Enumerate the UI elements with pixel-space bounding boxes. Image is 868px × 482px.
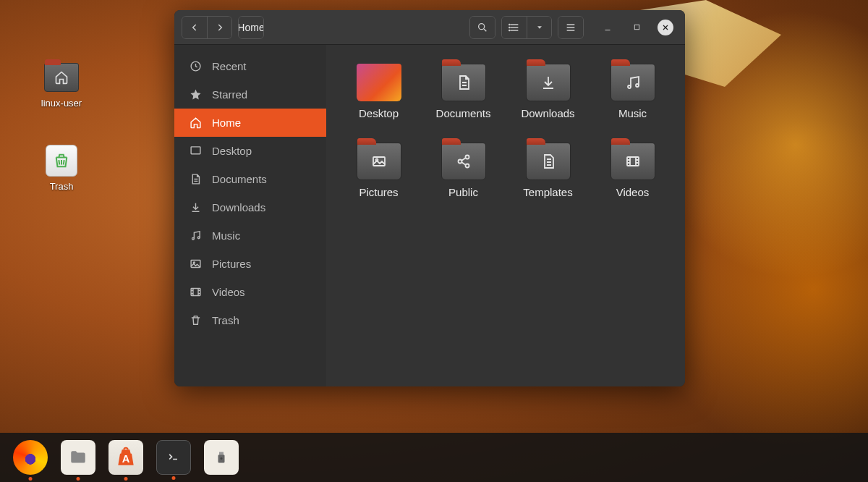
sidebar-item-recent[interactable]: Recent <box>174 52 326 80</box>
svg-rect-6 <box>191 147 200 154</box>
file-manager-window: Home <box>174 10 685 386</box>
close-button[interactable] <box>658 20 673 35</box>
folder-pictures[interactable]: Pictures <box>339 140 418 201</box>
sidebar-item-label: Starred <box>212 88 247 101</box>
minimize-button[interactable] <box>600 20 616 35</box>
sidebar-item-starred[interactable]: Starred <box>174 80 326 109</box>
folder-templates[interactable]: Templates <box>509 140 587 201</box>
sidebar-item-label: Downloads <box>212 201 265 213</box>
folder-label: Templates <box>523 186 572 198</box>
svg-text:A: A <box>122 453 130 465</box>
nav-back-forward-group <box>182 16 232 39</box>
folder-label: Downloads <box>521 107 574 119</box>
sidebar-item-home[interactable]: Home <box>174 109 326 137</box>
svg-point-12 <box>628 85 631 88</box>
desktop-icons-area: linux-user Trash <box>36 62 87 192</box>
folder-downloads[interactable]: Downloads <box>509 61 587 122</box>
sidebar-item-downloads[interactable]: Downloads <box>174 193 326 221</box>
folder-videos[interactable]: Videos <box>593 140 672 201</box>
svg-point-3 <box>509 30 510 30</box>
folder-label: Videos <box>616 186 650 198</box>
svg-rect-4 <box>634 25 639 29</box>
folder-desktop[interactable]: Desktop <box>339 61 418 122</box>
sidebar-item-pictures[interactable]: Pictures <box>174 250 326 278</box>
public-folder-icon <box>441 143 486 180</box>
menu-icon <box>565 22 576 33</box>
picture-icon <box>189 258 202 270</box>
sidebar-item-label: Recent <box>212 60 247 72</box>
maximize-button[interactable] <box>629 20 644 35</box>
path-label: Home <box>238 22 264 33</box>
titlebar[interactable]: Home <box>174 10 685 45</box>
star-icon <box>189 88 202 101</box>
path-bar[interactable]: Home <box>238 16 264 39</box>
folder-documents[interactable]: Documents <box>424 61 503 122</box>
videos-folder-icon <box>610 143 655 180</box>
svg-rect-21 <box>219 452 224 455</box>
sidebar-item-documents[interactable]: Documents <box>174 165 326 193</box>
view-dropdown-button[interactable] <box>527 17 551 38</box>
dock-item-firefox[interactable] <box>13 440 48 475</box>
terminal-icon <box>164 450 183 465</box>
folder-public[interactable]: Public <box>424 140 503 201</box>
list-icon <box>509 22 520 33</box>
dock-item-terminal[interactable] <box>156 440 191 475</box>
sidebar-item-trash[interactable]: Trash <box>174 306 326 334</box>
sidebar-item-videos[interactable]: Videos <box>174 278 326 306</box>
sidebar-item-label: Documents <box>212 173 267 185</box>
folder-grid: Desktop Documents Downloads Music Pictur… <box>326 45 685 386</box>
menu-group <box>558 16 584 39</box>
document-icon <box>189 173 202 185</box>
folder-label: Documents <box>436 107 491 119</box>
folder-label: Pictures <box>359 186 398 198</box>
window-controls <box>600 20 673 35</box>
hamburger-menu-button[interactable] <box>558 17 583 38</box>
chevron-down-icon <box>536 24 543 31</box>
desktop-icon <box>189 145 202 157</box>
music-folder-icon <box>610 64 655 101</box>
store-icon: A <box>114 446 137 469</box>
forward-button[interactable] <box>207 17 231 38</box>
dock-item-usb-creator[interactable] <box>204 440 239 475</box>
trash-icon <box>189 314 202 326</box>
running-indicator <box>124 477 128 481</box>
svg-point-23 <box>221 457 223 460</box>
desktop-folder-icon <box>357 64 401 101</box>
sidebar-item-label: Videos <box>212 286 245 298</box>
svg-point-0 <box>479 23 485 29</box>
folder-music[interactable]: Music <box>593 61 672 122</box>
desktop-icon-trash[interactable]: Trash <box>36 145 87 192</box>
dock-item-software-store[interactable]: A <box>109 440 143 475</box>
search-button[interactable] <box>470 17 495 38</box>
files-icon <box>67 448 89 467</box>
dock-item-files[interactable] <box>61 440 95 475</box>
svg-point-13 <box>636 84 639 87</box>
sidebar-item-label: Home <box>212 117 241 129</box>
home-icon <box>189 117 202 129</box>
svg-rect-19 <box>627 157 639 166</box>
music-icon <box>189 229 202 242</box>
svg-point-1 <box>509 24 510 25</box>
path-home[interactable]: Home <box>239 17 263 38</box>
sidebar-item-label: Desktop <box>212 145 252 157</box>
sidebar-item-music[interactable]: Music <box>174 221 326 250</box>
list-view-button[interactable] <box>502 17 527 38</box>
svg-rect-11 <box>191 289 200 296</box>
svg-point-2 <box>509 27 510 28</box>
sidebar-item-label: Pictures <box>212 258 251 270</box>
search-group <box>469 16 495 39</box>
back-button[interactable] <box>182 17 207 38</box>
sidebar-item-desktop[interactable]: Desktop <box>174 137 326 165</box>
svg-rect-14 <box>373 157 385 166</box>
clock-icon <box>189 60 202 72</box>
sidebar: Recent Starred Home Desktop Documents Do… <box>174 45 326 386</box>
folder-label: Public <box>448 186 478 198</box>
svg-point-7 <box>192 237 194 240</box>
svg-point-8 <box>197 237 200 239</box>
desktop-icon-label: Trash <box>50 181 74 192</box>
desktop-icon-home-folder[interactable]: linux-user <box>36 62 87 109</box>
running-indicator <box>29 477 33 481</box>
search-icon <box>477 22 488 33</box>
view-group <box>501 16 552 39</box>
documents-folder-icon <box>441 64 486 101</box>
